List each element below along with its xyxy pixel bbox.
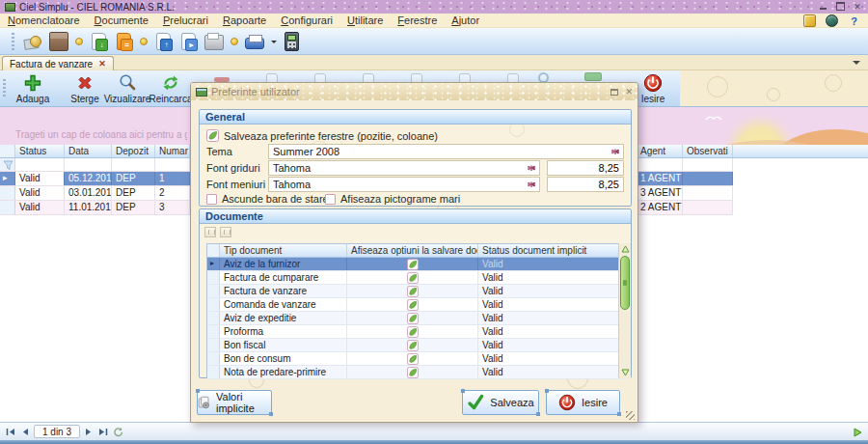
tema-input[interactable] bbox=[268, 144, 624, 159]
cell-afiseaza-optiuni[interactable] bbox=[347, 352, 478, 365]
cell-agent[interactable]: 2 AGENT bbox=[637, 201, 683, 214]
menu-item-configurari[interactable]: Configurari bbox=[281, 14, 333, 26]
cell-data[interactable]: 03.01.2012 bbox=[65, 186, 112, 200]
grid-view-icon[interactable] bbox=[220, 227, 231, 237]
cell-tip-document[interactable]: Aviz de la furnizor bbox=[220, 258, 347, 270]
tab-close-icon[interactable]: ✕ bbox=[98, 59, 106, 69]
cards-icon[interactable] bbox=[803, 14, 816, 27]
header-depozit[interactable]: Depozit bbox=[112, 145, 155, 157]
header-data[interactable]: Data bbox=[65, 145, 112, 157]
document-type-row[interactable]: Factura de vanzare Valid bbox=[207, 285, 624, 298]
cell-status[interactable]: Valid bbox=[15, 201, 65, 214]
salveaza-button[interactable]: Salveaza bbox=[462, 390, 539, 415]
header-status-implicit[interactable]: Status document implicit bbox=[478, 244, 624, 257]
valori-implicite-button[interactable]: Valori implicite bbox=[197, 390, 272, 415]
cell-status[interactable]: Valid bbox=[15, 186, 65, 200]
reincarca-button[interactable]: Reincarca bbox=[146, 71, 196, 106]
save-prefs-checkbox-row[interactable]: Salveaza preferinte ferestre (pozitie, c… bbox=[206, 129, 438, 142]
printer-icon[interactable] bbox=[245, 38, 264, 49]
cell-observati[interactable] bbox=[683, 172, 733, 185]
doc-down-icon[interactable] bbox=[92, 33, 106, 50]
cell-afiseaza-optiuni[interactable] bbox=[347, 298, 478, 311]
menu-item-prelucrari[interactable]: Prelucrari bbox=[163, 14, 208, 26]
font-meniuri-size-input[interactable] bbox=[547, 177, 624, 192]
cell-agent[interactable]: 3 AGENT bbox=[637, 186, 683, 200]
cell-afiseaza-optiuni[interactable] bbox=[347, 285, 478, 297]
calculator-icon[interactable] bbox=[285, 32, 299, 51]
nav-last-button[interactable] bbox=[97, 428, 108, 436]
doc-sync-icon[interactable] bbox=[117, 33, 131, 50]
cell-afiseaza-optiuni[interactable] bbox=[347, 339, 478, 351]
dialog-maximize-button[interactable] bbox=[610, 89, 618, 96]
document-type-row[interactable]: Aviz de expeditie Valid bbox=[207, 312, 624, 325]
cell-tip-document[interactable]: Bon de consum bbox=[220, 352, 347, 365]
cell-tip-document[interactable]: Aviz de expeditie bbox=[220, 312, 347, 324]
dialog-close-button[interactable]: ✕ bbox=[625, 88, 633, 97]
ascunde-bara-checkbox-row[interactable]: Ascunde bara de stare bbox=[206, 193, 329, 205]
leaf-checkbox-checked-icon[interactable] bbox=[407, 299, 419, 311]
cell-status-document[interactable]: Valid bbox=[478, 339, 624, 351]
header-observati[interactable]: Observati bbox=[683, 145, 733, 157]
cell-tip-document[interactable]: Comanda de vanzare bbox=[220, 298, 347, 311]
font-griduri-size-input[interactable] bbox=[547, 160, 624, 176]
cell-depozit[interactable]: DEP bbox=[112, 186, 155, 200]
cell-afiseaza-optiuni[interactable] bbox=[347, 271, 478, 284]
menu-item-ajutor[interactable]: Ajutor bbox=[451, 14, 479, 26]
checkbox-unchecked-icon[interactable] bbox=[325, 194, 336, 205]
scroll-up-icon[interactable] bbox=[620, 244, 631, 255]
toolbar-grip[interactable] bbox=[12, 33, 14, 50]
butterfly-picker-icon[interactable] bbox=[526, 162, 537, 174]
dialog-titlebar[interactable]: Preferinte utilizator ✕ bbox=[191, 83, 637, 100]
header-status[interactable]: Status bbox=[15, 145, 65, 157]
nav-prev-button[interactable] bbox=[21, 428, 29, 436]
cell-status[interactable]: Valid bbox=[15, 172, 65, 185]
leaf-checkbox-checked-icon[interactable] bbox=[407, 353, 419, 365]
doc-play-icon[interactable] bbox=[181, 33, 196, 50]
cell-tip-document[interactable]: Factura de cumparare bbox=[220, 271, 347, 284]
scroll-down-icon[interactable] bbox=[620, 367, 631, 377]
document-type-row[interactable]: Comanda de vanzare Valid bbox=[207, 298, 624, 312]
close-button[interactable]: ✕ bbox=[852, 2, 863, 12]
iesire-dialog-button[interactable]: Iesire bbox=[546, 390, 620, 415]
nav-first-button[interactable] bbox=[6, 428, 16, 436]
cell-numar[interactable]: 1 bbox=[155, 172, 190, 185]
font-meniuri-input[interactable] bbox=[268, 177, 540, 192]
pictograme-mari-checkbox-row[interactable]: Afiseaza pictograme mari bbox=[325, 193, 460, 205]
leaf-checkbox-checked-icon[interactable] bbox=[407, 259, 419, 270]
header-agent[interactable]: Agent bbox=[637, 145, 683, 157]
menu-item-rapoarte[interactable]: Rapoarte bbox=[223, 14, 266, 26]
cell-tip-document[interactable]: Factura de vanzare bbox=[220, 285, 347, 297]
header-numar[interactable]: Numar bbox=[155, 145, 190, 157]
cell-afiseaza-optiuni[interactable] bbox=[347, 325, 478, 338]
document-type-row[interactable]: ▸ Aviz de la furnizor Valid bbox=[207, 258, 624, 271]
scroll-right-arrow-icon[interactable] bbox=[853, 428, 862, 439]
cell-tip-document[interactable]: Bon fiscal bbox=[220, 339, 347, 351]
leaf-checkbox-checked-icon[interactable] bbox=[407, 272, 419, 284]
cell-depozit[interactable]: DEP bbox=[112, 201, 155, 214]
cell-tip-document[interactable]: Nota de predare-primire bbox=[220, 366, 347, 378]
menu-item-documente[interactable]: Documente bbox=[95, 14, 149, 26]
leaf-checkbox-checked-icon[interactable] bbox=[407, 313, 419, 324]
font-griduri-input[interactable] bbox=[268, 160, 540, 176]
actionbar-grip[interactable] bbox=[3, 79, 6, 97]
cell-status-document[interactable]: Valid bbox=[478, 312, 624, 324]
butterfly-picker-icon[interactable] bbox=[610, 146, 621, 157]
cell-status-document[interactable]: Valid bbox=[478, 325, 624, 338]
document-type-row[interactable]: Bon de consum Valid bbox=[207, 352, 624, 366]
cell-status-document[interactable]: Valid bbox=[478, 366, 624, 378]
globe-icon[interactable] bbox=[826, 14, 838, 27]
menu-item-utilitare[interactable]: Utilitare bbox=[347, 14, 383, 26]
nav-refresh-button[interactable] bbox=[113, 427, 123, 437]
cell-numar[interactable]: 3 bbox=[155, 201, 190, 214]
nav-next-button[interactable] bbox=[85, 428, 93, 436]
leaf-checkbox-checked-icon[interactable] bbox=[206, 129, 219, 142]
cell-agent[interactable]: 1 AGENT bbox=[637, 172, 683, 185]
money-icon[interactable] bbox=[23, 32, 42, 51]
cell-status-document[interactable]: Valid bbox=[478, 258, 624, 270]
leaf-checkbox-checked-icon[interactable] bbox=[407, 340, 419, 351]
cell-status-document[interactable]: Valid bbox=[478, 285, 624, 297]
document-type-row[interactable]: Factura de cumparare Valid bbox=[207, 271, 624, 285]
butterfly-picker-icon[interactable] bbox=[526, 179, 537, 190]
scrollbar-thumb[interactable] bbox=[620, 256, 630, 310]
documente-scrollbar[interactable] bbox=[618, 243, 631, 378]
